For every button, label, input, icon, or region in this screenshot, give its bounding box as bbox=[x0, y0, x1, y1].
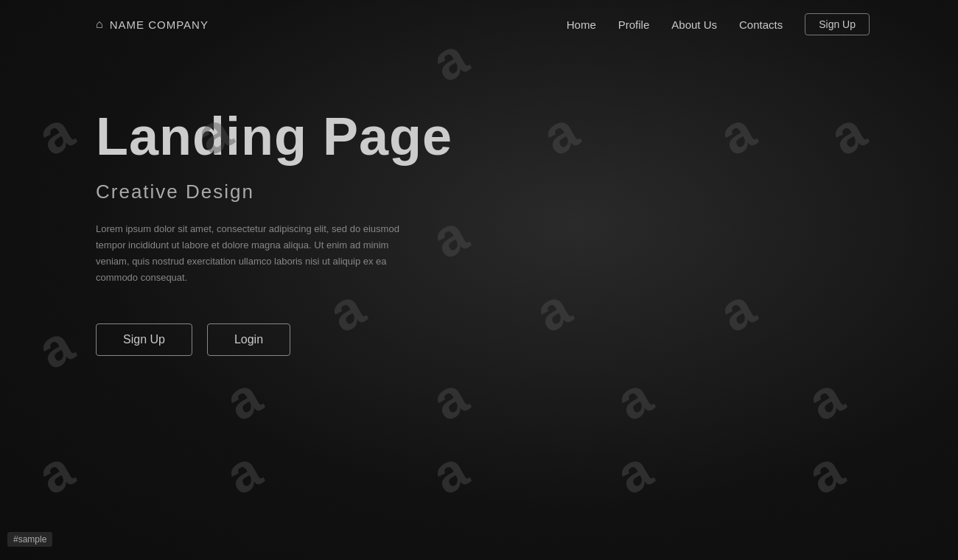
nav-link-about[interactable]: About Us bbox=[671, 18, 717, 31]
nav-links: Home Profile About Us Contacts Sign Up bbox=[567, 13, 870, 35]
hero-title: Landing Page bbox=[96, 108, 862, 166]
hero-buttons: Sign Up Login bbox=[96, 323, 862, 356]
nav-link-home[interactable]: Home bbox=[567, 18, 596, 31]
hero-description: Lorem ipsum dolor sit amet, consectetur … bbox=[96, 221, 413, 286]
sample-badge: #sample bbox=[7, 532, 52, 547]
nav-link-contacts[interactable]: Contacts bbox=[739, 18, 783, 31]
nav-link-profile[interactable]: Profile bbox=[618, 18, 650, 31]
brand: ⌂ NAME COMPANY bbox=[96, 18, 209, 31]
signup-button[interactable]: Sign Up bbox=[96, 323, 192, 356]
login-button[interactable]: Login bbox=[207, 323, 290, 356]
navbar: ⌂ NAME COMPANY Home Profile About Us Con… bbox=[0, 0, 958, 49]
nav-signup-button[interactable]: Sign Up bbox=[805, 13, 870, 35]
brand-name: NAME COMPANY bbox=[110, 18, 209, 31]
home-icon: ⌂ bbox=[96, 18, 104, 31]
hero-section: Landing Page Creative Design Lorem ipsum… bbox=[0, 49, 958, 415]
hero-subtitle: Creative Design bbox=[96, 181, 862, 203]
